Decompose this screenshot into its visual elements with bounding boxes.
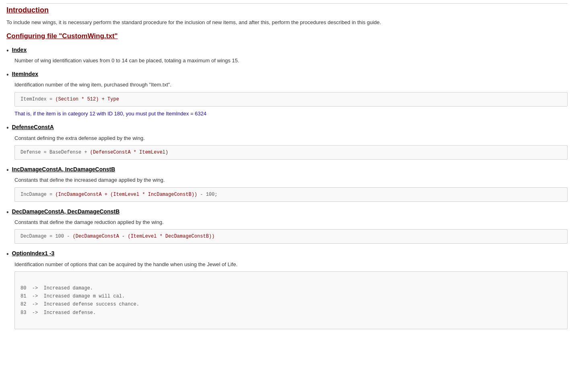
list-item: • ItemIndex Identification number of the… bbox=[6, 71, 568, 117]
page-title: Introduction bbox=[6, 3, 568, 14]
code-decdamage: DecDamage = 100 - (DecDamageConstA - (It… bbox=[14, 229, 568, 244]
term-index: Index bbox=[12, 47, 27, 53]
term-incdamage: IncDamageConstA, IncDamageConstB bbox=[12, 166, 115, 172]
term-optionindex: OptionIndex1 -3 bbox=[12, 250, 55, 257]
code-incdamage: IncDamage = (IncDamageConstA + (ItemLeve… bbox=[14, 187, 568, 202]
intro-text: To include new wings, it is necessary pe… bbox=[6, 18, 568, 27]
bullet-dot: • bbox=[6, 208, 9, 216]
main-list: • Index Number of wing identification va… bbox=[6, 47, 568, 330]
term-itemindex-desc: Identification number of the wing item, … bbox=[14, 81, 568, 89]
term-defenseconstA-desc: Constant defining the extra defense appl… bbox=[14, 134, 568, 142]
bullet-dot: • bbox=[6, 124, 9, 131]
term-defenseconstA: DefenseConstA bbox=[12, 124, 54, 130]
term-decdamage-desc: Constants that define the damage reducti… bbox=[14, 218, 568, 226]
term-decdamage: DecDamageConstA, DecDamageConstB bbox=[12, 208, 120, 215]
list-item: • IncDamageConstA, IncDamageConstB Const… bbox=[6, 166, 568, 202]
note-itemindex: That is, if the item is in category 12 w… bbox=[14, 110, 568, 118]
bullet-dot: • bbox=[6, 47, 9, 54]
code-optionindex: 80 -> Increased damage. 81 -> Increased … bbox=[14, 271, 568, 329]
list-item: • DefenseConstA Constant defining the ex… bbox=[6, 124, 568, 160]
bullet-dot: • bbox=[6, 250, 9, 258]
list-item: • Index Number of wing identification va… bbox=[6, 47, 568, 65]
term-index-desc: Number of wing identification values fro… bbox=[14, 57, 568, 65]
bullet-dot: • bbox=[6, 166, 9, 174]
term-itemindex: ItemIndex bbox=[12, 71, 38, 77]
code-itemindex: ItemIndex = (Section * 512) + Type bbox=[14, 92, 568, 107]
section-heading: Configuring file "CustomWing.txt" bbox=[6, 32, 568, 40]
list-item: • OptionIndex1 -3 Identification number … bbox=[6, 250, 568, 329]
bullet-dot: • bbox=[6, 71, 9, 78]
code-defenseconstA: Defense = BaseDefense + (DefenseConstA *… bbox=[14, 145, 568, 160]
term-optionindex-desc: Identification number of options that ca… bbox=[14, 261, 568, 269]
term-incdamage-desc: Constants that define the increased dama… bbox=[14, 176, 568, 184]
list-item: • DecDamageConstA, DecDamageConstB Const… bbox=[6, 208, 568, 244]
